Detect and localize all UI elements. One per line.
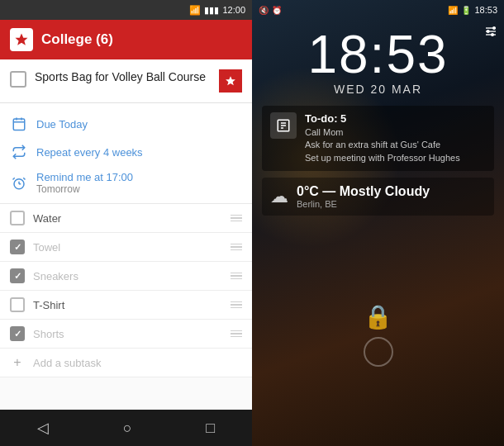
star-badge[interactable] — [219, 69, 242, 93]
lock-icon: 🔒 — [364, 303, 392, 330]
recents-button[interactable]: □ — [206, 420, 215, 437]
todo-line-3: Set up meeting with Professor Hughes — [305, 152, 460, 164]
clock-time: 18:53 — [252, 28, 504, 81]
remind-block: Remind me at 17:00 Tomorrow — [36, 171, 133, 195]
app-header: College (6) — [0, 20, 252, 59]
mute-icon: 🔇 — [259, 6, 269, 15]
wifi-icon: 📶 — [189, 5, 201, 16]
task-details: Due Today Repeat every 4 weeks Remind me… — [0, 103, 252, 204]
status-right-icons: 📶 🔋 18:53 — [448, 5, 497, 15]
alarm-status-icon: ⏰ — [272, 6, 282, 15]
status-bar-left: 📶 ▮▮▮ 12:00 — [0, 0, 252, 20]
left-panel: 📶 ▮▮▮ 12:00 College (6) Sports Bag for V… — [0, 0, 252, 446]
repeat-row[interactable]: Repeat every 4 weeks — [10, 138, 242, 166]
subtask-checkbox-shorts[interactable] — [10, 326, 25, 341]
svg-line-10 — [23, 178, 25, 179]
svg-rect-2 — [13, 119, 25, 130]
time-left: 12:00 — [222, 5, 245, 15]
subtask-label-towel: Towel — [33, 241, 222, 254]
weather-card[interactable]: ☁ 0°C — Mostly Cloudy Berlin, BE — [262, 178, 494, 216]
remind-row[interactable]: Remind me at 17:00 Tomorrow — [10, 166, 242, 200]
add-subtask-row[interactable]: + Add a subtask — [0, 349, 252, 377]
status-icons-left: 📶 ▮▮▮ 12:00 — [189, 5, 245, 16]
remind-sub: Tomorrow — [36, 183, 133, 195]
todo-line-2: Ask for an extra shift at Gus' Cafe — [305, 139, 460, 151]
home-button[interactable]: ○ — [123, 420, 132, 437]
subtask-checkbox-tshirt[interactable] — [10, 297, 25, 312]
main-task-card[interactable]: Sports Bag for Volley Ball Course — [0, 59, 252, 103]
subtask-label-water: Water — [33, 212, 222, 225]
drag-handle — [231, 273, 242, 280]
subtask-item[interactable]: Sneakers — [0, 262, 252, 291]
plus-icon: + — [10, 355, 25, 370]
battery-icon: ▮▮▮ — [204, 5, 219, 16]
subtask-label-tshirt: T-Shirt — [33, 299, 222, 311]
weather-location: Berlin, BE — [297, 199, 430, 209]
due-text: Due Today — [36, 118, 88, 130]
task-card-left: Sports Bag for Volley Ball Course — [10, 69, 206, 88]
svg-point-14 — [493, 27, 496, 30]
subtask-checkbox-towel[interactable] — [10, 240, 25, 254]
subtask-checkbox-water[interactable] — [10, 211, 25, 225]
status-bar-right: 🔇 ⏰ 📶 🔋 18:53 — [252, 0, 504, 20]
drag-handle — [231, 244, 242, 251]
app-title: College (6) — [41, 31, 113, 48]
subtask-item[interactable]: T-Shirt — [0, 291, 252, 320]
main-task-title: Sports Bag for Volley Ball Course — [35, 69, 206, 86]
subtask-item[interactable]: Shorts — [0, 320, 252, 349]
todo-body: Call Mom Ask for an extra shift at Gus' … — [305, 126, 460, 164]
due-row[interactable]: Due Today — [10, 110, 242, 138]
subtask-item[interactable]: Towel — [0, 233, 252, 262]
drag-handle — [231, 330, 242, 338]
settings-icon[interactable] — [484, 25, 497, 40]
time-right: 18:53 — [474, 5, 497, 15]
app-logo[interactable] — [10, 28, 33, 51]
svg-marker-1 — [226, 76, 235, 85]
remind-text: Remind me at 17:00 — [36, 171, 133, 183]
status-left-icons: 🔇 ⏰ — [259, 6, 282, 15]
notification-cards: To-do: 5 Call Mom Ask for an extra shift… — [252, 97, 504, 224]
add-subtask-text: Add a subtask — [33, 357, 101, 369]
svg-marker-0 — [16, 34, 28, 45]
todo-content: To-do: 5 Call Mom Ask for an extra shift… — [305, 112, 460, 164]
subtask-label-shorts: Shorts — [33, 328, 222, 340]
subtask-checkbox-sneakers[interactable] — [10, 268, 25, 283]
weather-cloud-icon: ☁ — [270, 186, 288, 207]
drag-handle — [231, 215, 242, 222]
subtask-label-sneakers: Sneakers — [33, 270, 222, 282]
main-task-checkbox[interactable] — [10, 71, 26, 88]
alarm-icon — [10, 174, 28, 192]
todo-title: To-do: 5 — [305, 112, 460, 125]
subtask-item[interactable]: Water — [0, 204, 252, 233]
svg-line-9 — [13, 178, 15, 179]
todo-icon — [270, 112, 297, 139]
signal-icon-right: 📶 — [448, 6, 458, 15]
battery-icon-right: 🔋 — [461, 6, 471, 15]
bottom-nav-left: ◁ ○ □ — [0, 410, 252, 446]
drag-handle — [231, 301, 242, 309]
svg-point-15 — [487, 31, 489, 33]
weather-info: 0°C — Mostly Cloudy Berlin, BE — [297, 184, 430, 209]
right-panel: 🔇 ⏰ 📶 🔋 18:53 18:53 WED 20 MAR T — [252, 0, 504, 446]
todo-notification[interactable]: To-do: 5 Call Mom Ask for an extra shift… — [262, 106, 494, 171]
calendar-icon — [10, 115, 28, 133]
repeat-icon — [10, 143, 28, 161]
todo-line-1: Call Mom — [305, 126, 460, 139]
subtask-list: Water Towel Sneakers T-Shirt Shorts + Ad… — [0, 204, 252, 410]
clock-date: WED 20 MAR — [252, 83, 504, 96]
weather-temp: 0°C — Mostly Cloudy — [297, 184, 430, 199]
lock-area[interactable]: 🔒 — [252, 224, 504, 446]
repeat-text: Repeat every 4 weeks — [36, 146, 143, 159]
unlock-ring[interactable] — [364, 337, 393, 367]
svg-point-16 — [492, 34, 494, 36]
clock-display: 18:53 WED 20 MAR — [252, 20, 504, 97]
back-button[interactable]: ◁ — [37, 419, 49, 437]
